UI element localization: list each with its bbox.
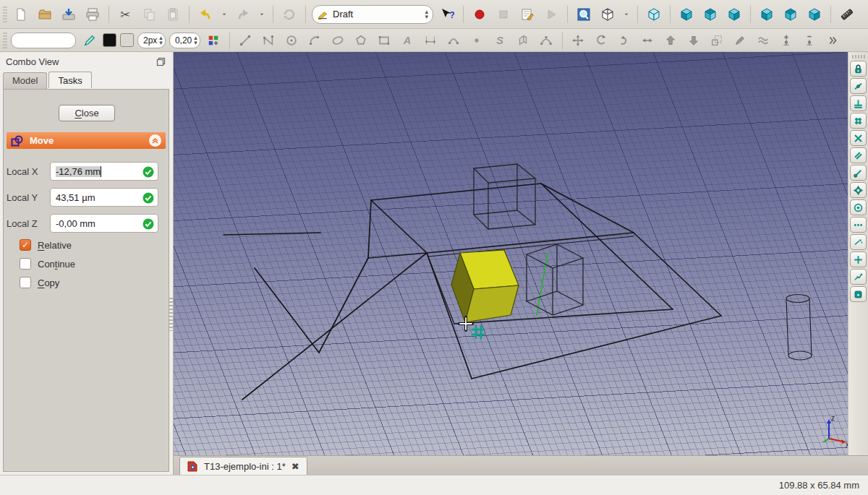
macro-record-button[interactable] [469,4,490,25]
view-left-button[interactable] [804,4,825,25]
draft-delpoint-button[interactable] [800,32,820,49]
relative-checkbox[interactable]: ✓ [20,239,31,251]
save-document-button[interactable] [59,4,79,25]
draft-offset-button[interactable] [615,32,634,49]
snap-perpendicular-button[interactable] [850,95,867,111]
copy-checkbox[interactable] [20,277,31,288]
toolbar-separator [562,32,563,49]
toolbar-overflow-chevron[interactable] [823,32,843,49]
draft-apply-style-button[interactable] [80,32,99,49]
copy-button[interactable] [139,4,159,25]
draft-downgrade-button[interactable] [684,32,704,49]
draft-move-button[interactable] [569,32,588,49]
cut-button[interactable]: ✂ [115,4,135,25]
draft-autogroup-button[interactable] [204,32,224,49]
draft-edit-button[interactable] [731,32,750,49]
whats-this-button[interactable]: ? [437,4,457,25]
draft-upgrade-button[interactable] [661,32,681,49]
draft-addpoint-button[interactable] [777,32,796,49]
draft-rotate-button[interactable] [592,32,611,49]
axonometric-view-button[interactable] [597,4,618,25]
measure-distance-button[interactable] [837,4,857,25]
view-axonometric-button[interactable] [644,4,664,25]
draft-shape2dview-button[interactable] [754,32,773,49]
global-scale-spinbox[interactable]: 0,20▴▾ [169,33,200,48]
snap-intersection-button[interactable] [850,130,867,146]
undo-button[interactable] [195,4,216,25]
close-tab-icon[interactable]: ✖ [292,461,299,472]
local-z-field[interactable]: -0,00 mm [50,214,158,233]
view-dropdown[interactable] [621,4,631,25]
local-x-field[interactable]: -12,76 mm [50,162,158,181]
draft-rectangle-button[interactable] [375,32,394,49]
snap-angle-button[interactable] [850,182,867,198]
snap-working-plane-button[interactable] [850,286,867,302]
draft-arc-button[interactable] [305,32,325,49]
panel-splitter[interactable] [169,298,173,331]
view-right-button[interactable] [724,4,744,25]
snap-center-icon [853,202,864,213]
macro-stop-button[interactable] [493,4,514,25]
workbench-selector[interactable]: Draft ▴▾ [312,5,433,24]
line-color-swatch[interactable] [103,33,116,47]
collapse-task-button[interactable] [149,134,161,147]
draft-circle-button[interactable] [282,32,302,49]
draft-text-button[interactable]: A [398,32,417,49]
view-rear-button[interactable] [757,4,777,25]
draft-bezier-button[interactable] [537,32,556,49]
move-task-header[interactable]: Move [7,132,166,149]
view-front-button[interactable] [676,4,697,25]
draft-dimension-button[interactable] [421,32,441,49]
redo-dropdown[interactable] [257,4,267,25]
draft-shapestring-button[interactable]: S [490,32,510,49]
snap-special-button[interactable] [850,269,867,285]
snap-endpoint-icon [853,168,864,178]
local-y-field[interactable]: 43,51 µm [50,188,158,207]
snap-endpoint-button[interactable] [850,165,867,181]
draft-command-input[interactable] [11,33,76,48]
open-document-button[interactable] [35,4,55,25]
print-button[interactable] [82,4,103,25]
draft-bspline-button[interactable] [444,32,464,49]
new-document-button[interactable] [11,4,31,25]
toolbar-grip[interactable] [3,7,7,22]
draft-facebinder-button[interactable] [514,32,533,49]
draft-polygon-button[interactable] [352,32,371,49]
redo-button[interactable] [233,4,253,25]
panel-float-icon[interactable] [156,57,166,66]
toolbar-grip[interactable] [3,33,7,48]
view-bottom-button[interactable] [780,4,801,25]
macro-edit-button[interactable] [517,4,537,25]
macro-play-button[interactable] [541,4,561,25]
continue-checkbox[interactable] [20,258,31,270]
document-tab[interactable]: T13-ejemplo-ini : 1* ✖ [179,457,307,475]
snap-lock-button[interactable] [850,61,867,77]
snap-near-button[interactable] [850,217,867,233]
snap-parallel-button[interactable] [850,147,867,163]
snap-ortho-button[interactable] [850,251,867,267]
fit-all-button[interactable] [574,4,594,25]
draft-ellipse-button[interactable] [328,32,348,49]
close-button[interactable]: Close [59,105,115,121]
snap-midpoint-button[interactable] [850,78,867,94]
undo-dropdown[interactable] [219,4,229,25]
tab-tasks[interactable]: Tasks [48,72,91,88]
snap-center-button[interactable] [850,199,867,215]
draft-trimex-button[interactable] [638,32,658,49]
3d-viewport[interactable]: z x [174,52,848,455]
snap-grid-button[interactable] [850,113,867,129]
paste-button[interactable] [163,4,183,25]
toolbar-grip[interactable] [852,55,865,59]
draft-wire-button[interactable] [259,32,278,49]
tab-model[interactable]: Model [3,72,47,89]
refresh-button[interactable] [279,4,299,25]
draft-scale-button[interactable] [707,32,727,49]
line-width-spinbox[interactable]: 2px▴▾ [137,33,166,48]
draft-point-button[interactable] [467,32,487,49]
view-top-button[interactable] [700,4,720,25]
toolbar-separator [567,6,568,23]
snap-extension-button[interactable] [850,234,867,250]
draft-line-button[interactable] [236,32,255,49]
face-color-swatch[interactable] [120,33,134,47]
relative-checkbox-row: ✓ Relative [20,239,72,251]
